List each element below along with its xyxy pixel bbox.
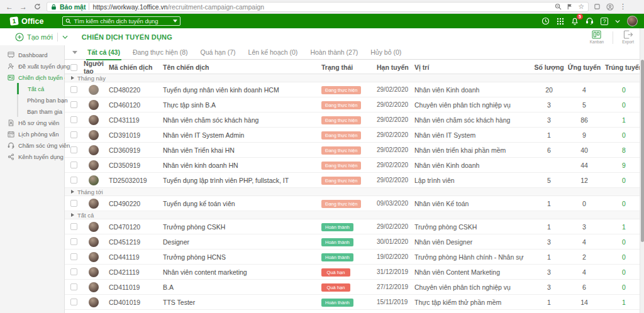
bookmark-star-icon[interactable]: ☆ — [578, 3, 584, 10]
row-checkbox[interactable] — [70, 268, 77, 275]
row-checkbox[interactable] — [70, 223, 77, 230]
support-headset-icon[interactable] — [586, 17, 594, 25]
row-checkbox[interactable] — [70, 131, 77, 138]
table-row[interactable]: CD431119Nhân viên chăm sóc khách hàngĐan… — [65, 113, 644, 128]
search-input[interactable] — [74, 18, 170, 25]
back-icon[interactable]: ← — [5, 3, 14, 11]
url-text: https://workway.1office.vn/recruitment-c… — [92, 3, 264, 11]
table-row[interactable]: CD421119Nhân viên content marketingQuá h… — [65, 265, 644, 280]
table-row[interactable]: CD470120Trưởng phòng CSKHHoàn thành29/02… — [65, 219, 644, 234]
table-row[interactable]: TD25032019Tuyển dụng lập trình viên PHP,… — [65, 173, 644, 188]
table-row[interactable]: CD360919Nhân viên Triển khai HNĐang thực… — [65, 143, 644, 158]
profile-icon[interactable] — [606, 3, 614, 11]
table-row[interactable]: CD480220Tuyển dụng nhân viên kinh doanh … — [65, 82, 644, 97]
campaign-name: Tuyển dụng lập trình viên PHP, fullstack… — [163, 177, 321, 184]
sidebar-item[interactable]: Chăm sóc ứng viên — [0, 140, 64, 151]
campaign-name: Nhân viên kinh doanh HN — [163, 162, 321, 169]
status-cell: Đang thực hiện — [321, 116, 377, 124]
hired-count: 8 — [604, 146, 644, 154]
status-badge: Quá hạn — [321, 283, 350, 292]
tab-item[interactable]: Lên kế hoạch (0) — [242, 45, 304, 60]
row-checkbox[interactable] — [70, 200, 77, 207]
help-icon[interactable]: ? — [601, 18, 608, 25]
sidebar-item[interactable]: Kênh tuyển dụng — [0, 151, 64, 162]
kanban-view-button[interactable]: Kanban — [590, 30, 604, 44]
page-scrollbar[interactable] — [640, 28, 644, 313]
table-row[interactable]: CD451219DesignerHoàn thành30/01/2020Nhân… — [65, 234, 644, 250]
sidebar-item[interactable]: Dashboard — [0, 49, 64, 60]
zoom-icon[interactable] — [555, 3, 562, 10]
deadline: 29/02/2020 — [377, 86, 414, 93]
table-row[interactable]: CD441119Trưởng phòng HCNSHoàn thành19/02… — [65, 250, 644, 265]
table-row[interactable]: CD460120Thực tập sinh B.AĐang thực hiện2… — [65, 97, 644, 113]
row-checkbox[interactable] — [70, 177, 77, 184]
scrollbar-thumb[interactable] — [641, 60, 644, 242]
select-all-checkbox[interactable] — [70, 64, 77, 71]
extension-icon[interactable] — [594, 3, 601, 10]
table-row[interactable]: CD411019B.AQuá hạn27/12/2019Chuyên viên … — [65, 280, 644, 295]
sidebar-item[interactable]: Đề xuất tuyển dụng — [0, 60, 64, 72]
create-button[interactable]: Tạo mới — [15, 33, 53, 41]
row-checkbox[interactable] — [70, 283, 77, 290]
chevron-down-icon[interactable] — [615, 19, 620, 23]
forward-icon[interactable]: → — [19, 3, 28, 11]
row-checkbox[interactable] — [70, 146, 77, 153]
campaign-code: CD360919 — [109, 146, 163, 154]
sidebar-subitem-rail — [17, 94, 18, 106]
table-row[interactable]: CD490220Tuyển dụng kế toán viênĐang thực… — [65, 196, 644, 211]
deadline: 29/02/2020 — [377, 101, 414, 108]
sidebar-item[interactable]: Tất cả — [0, 83, 64, 94]
table-row[interactable]: CD401019TTS TesterHoàn thành15/11/2019Th… — [65, 295, 644, 310]
row-checkbox[interactable] — [70, 238, 77, 245]
row-checkbox[interactable] — [70, 299, 77, 305]
search-caret-icon[interactable] — [173, 19, 177, 23]
row-checkbox[interactable] — [70, 253, 77, 260]
tab-active[interactable]: Tất cả (43) — [81, 45, 126, 60]
global-search[interactable] — [62, 16, 180, 26]
group-header[interactable]: Tất cả — [65, 211, 644, 219]
history-clock-icon[interactable] — [541, 17, 550, 25]
collapse-groups-caret-icon[interactable] — [72, 51, 77, 54]
flag-icon[interactable] — [567, 3, 573, 10]
creator-avatar — [89, 222, 99, 232]
deadline: 29/02/2020 — [377, 223, 414, 230]
quantity: 6 — [533, 146, 565, 154]
sidebar-item[interactable]: Hồ sơ ứng viên — [0, 117, 64, 128]
reload-icon[interactable] — [33, 3, 42, 11]
logo[interactable]: 1 Office — [10, 17, 43, 26]
status-badge: Hoàn thành — [321, 238, 353, 246]
deadline: 29/02/2020 — [377, 116, 414, 123]
row-checkbox[interactable] — [70, 86, 77, 93]
creator-avatar — [89, 145, 99, 155]
status-badge: Đang thực hiện — [321, 146, 361, 155]
campaign-name: TTS Tester — [163, 299, 321, 306]
tab-item[interactable]: Quá hạn (7) — [194, 45, 242, 60]
create-caret-icon[interactable] — [62, 35, 68, 39]
applied-count: 44 — [565, 162, 604, 169]
hired-count: 0 — [604, 101, 644, 109]
sidebar-item-label: Đề xuất tuyển dụng — [18, 63, 70, 70]
tab-item[interactable]: Đang thực hiện (8) — [126, 45, 194, 60]
group-header[interactable]: Tháng tới — [65, 188, 644, 196]
apps-grid-icon[interactable] — [557, 18, 564, 25]
row-checkbox[interactable] — [70, 162, 77, 168]
browser-menu-icon[interactable]: ⋮ — [619, 3, 626, 11]
sidebar-item[interactable]: Bạn tham gia — [0, 106, 64, 117]
row-checkbox[interactable] — [70, 101, 77, 108]
tab-item[interactable]: Hoàn thành (27) — [304, 45, 364, 60]
tab-item[interactable]: Hủy bỏ (0) — [364, 45, 408, 60]
quantity: 1 — [533, 223, 565, 231]
export-button[interactable]: Export — [622, 30, 634, 44]
url-bar[interactable]: Bảo mật https://workway.1office.vn/recru… — [47, 2, 589, 12]
notifications-button[interactable]: 5 — [571, 17, 579, 25]
table-row[interactable]: CD350919Nhân viên kinh doanh HNĐang thực… — [65, 158, 644, 173]
group-header[interactable]: Tháng này — [65, 74, 644, 82]
row-checkbox[interactable] — [70, 116, 77, 123]
col-hired: Trúng tuyển — [604, 63, 644, 71]
sidebar-item[interactable]: Chiến dịch tuyển dụng — [0, 72, 64, 83]
position: Nhân viên chăm sóc khách hàng — [414, 116, 533, 124]
table-row[interactable]: CD391019Nhân viên IT System AdminĐang th… — [65, 128, 644, 143]
sidebar-item[interactable]: Phòng ban bạn — [0, 94, 64, 106]
user-avatar[interactable] — [627, 16, 638, 26]
sidebar-item[interactable]: Lịch phỏng vấn — [0, 128, 64, 140]
